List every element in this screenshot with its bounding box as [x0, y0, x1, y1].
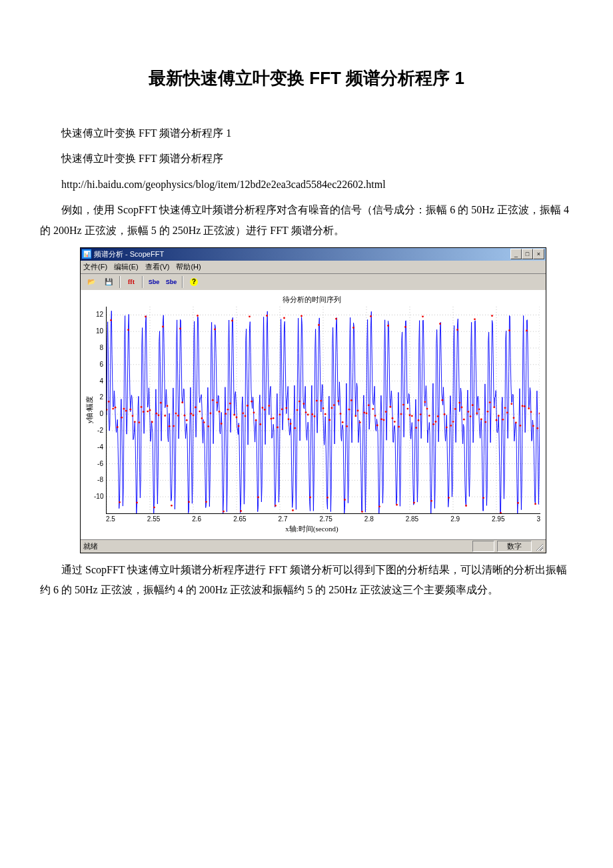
y-tick-label: -2 — [94, 427, 103, 434]
svg-point-78 — [225, 413, 227, 415]
svg-point-190 — [467, 411, 469, 413]
svg-point-74 — [216, 401, 218, 403]
svg-point-48 — [160, 402, 162, 404]
svg-point-47 — [158, 414, 160, 416]
y-tick-label: 10 — [94, 327, 103, 335]
save-button[interactable]: 💾 — [101, 275, 117, 289]
svg-point-151 — [383, 419, 385, 421]
svg-point-100 — [273, 417, 275, 419]
svg-point-160 — [402, 404, 404, 406]
svg-point-168 — [420, 413, 422, 415]
svg-point-178 — [441, 399, 443, 401]
svg-point-109 — [292, 509, 294, 511]
svg-point-124 — [324, 413, 326, 415]
menu-edit[interactable]: 编辑(E) — [114, 262, 139, 272]
x-axis-ticks: 2.52.552.62.652.72.752.82.852.92.953 — [106, 514, 540, 523]
svg-point-165 — [413, 502, 415, 504]
menu-help[interactable]: 帮助(H) — [176, 262, 201, 272]
statusbar: 就绪 数字 — [81, 539, 546, 553]
svg-point-106 — [285, 407, 287, 409]
save-icon: 💾 — [105, 278, 113, 285]
svg-point-169 — [422, 315, 424, 317]
open-icon: 📂 — [87, 278, 95, 285]
svg-point-82 — [233, 414, 235, 416]
svg-point-181 — [448, 497, 450, 499]
fft-button[interactable]: fft — [123, 275, 139, 289]
y-tick-label: 2 — [94, 393, 103, 401]
help-button[interactable]: ? — [186, 275, 202, 289]
svg-point-67 — [201, 417, 203, 419]
close-button[interactable]: × — [533, 249, 544, 259]
paragraph-2: 快速傅立叶变换 FFT 频谱分析程序 — [40, 149, 573, 169]
svg-point-24 — [108, 401, 110, 403]
svg-point-149 — [378, 505, 380, 507]
svg-point-49 — [162, 326, 164, 328]
svg-point-218 — [528, 407, 530, 409]
svg-point-92 — [255, 419, 257, 421]
svg-point-189 — [465, 505, 467, 507]
svg-point-129 — [335, 318, 337, 320]
svg-point-112 — [299, 401, 301, 403]
svg-point-179 — [444, 413, 446, 415]
sbe2-button[interactable]: Sbe — [163, 275, 179, 289]
svg-point-66 — [199, 411, 201, 413]
svg-point-32 — [125, 410, 127, 412]
svg-point-117 — [309, 497, 311, 499]
y-tick-label: 6 — [94, 361, 103, 368]
menu-file[interactable]: 文件(F) — [83, 262, 107, 272]
x-tick-label: 2.5 — [106, 515, 115, 523]
y-tick-label: -8 — [94, 476, 103, 483]
svg-point-71 — [210, 413, 212, 415]
svg-point-88 — [247, 405, 249, 407]
svg-point-162 — [406, 408, 408, 410]
svg-point-75 — [219, 411, 221, 413]
svg-point-54 — [173, 425, 175, 427]
svg-point-51 — [167, 405, 169, 407]
svg-point-221 — [534, 503, 536, 505]
svg-point-180 — [446, 427, 448, 429]
svg-point-90 — [251, 401, 253, 403]
svg-point-127 — [331, 407, 333, 409]
svg-point-68 — [203, 421, 205, 423]
svg-point-119 — [314, 415, 316, 417]
svg-point-29 — [119, 501, 121, 503]
page-title: 最新快速傅立叶变换 FFT 频谱分析程序 1 — [40, 67, 573, 90]
svg-point-135 — [348, 409, 350, 411]
svg-point-55 — [175, 413, 177, 415]
menubar: 文件(F) 编辑(E) 查看(V) 帮助(H) — [81, 261, 546, 273]
maximize-button[interactable]: □ — [522, 249, 533, 259]
svg-point-125 — [326, 497, 328, 499]
svg-point-134 — [346, 425, 348, 427]
y-tick-label: -4 — [94, 443, 103, 451]
svg-point-115 — [305, 411, 307, 413]
svg-point-132 — [342, 421, 344, 423]
open-button[interactable]: 📂 — [83, 275, 99, 289]
minimize-button[interactable]: _ — [510, 249, 522, 259]
svg-point-63 — [193, 414, 195, 416]
svg-point-69 — [205, 501, 207, 503]
svg-point-138 — [354, 415, 356, 417]
sbe-icon: Sbe — [166, 279, 177, 285]
svg-point-123 — [322, 407, 324, 409]
svg-point-86 — [242, 412, 244, 414]
svg-point-208 — [506, 411, 508, 413]
svg-point-110 — [294, 427, 296, 429]
svg-point-105 — [283, 317, 285, 319]
svg-point-199 — [487, 411, 489, 413]
svg-point-59 — [184, 415, 186, 417]
svg-point-220 — [532, 425, 534, 427]
svg-point-194 — [476, 412, 478, 414]
svg-point-57 — [179, 328, 181, 330]
svg-point-23 — [107, 409, 107, 411]
svg-point-200 — [489, 401, 491, 403]
svg-point-122 — [320, 400, 322, 402]
menu-view[interactable]: 查看(V) — [145, 262, 170, 272]
svg-point-79 — [227, 409, 229, 411]
x-axis-label: x轴:时间(second) — [82, 523, 542, 538]
svg-point-114 — [303, 403, 305, 405]
svg-point-130 — [337, 400, 339, 402]
svg-point-120 — [316, 400, 318, 402]
sbe1-button[interactable]: Sbe — [146, 275, 162, 289]
svg-point-155 — [392, 417, 394, 419]
separator-icon — [182, 276, 183, 288]
